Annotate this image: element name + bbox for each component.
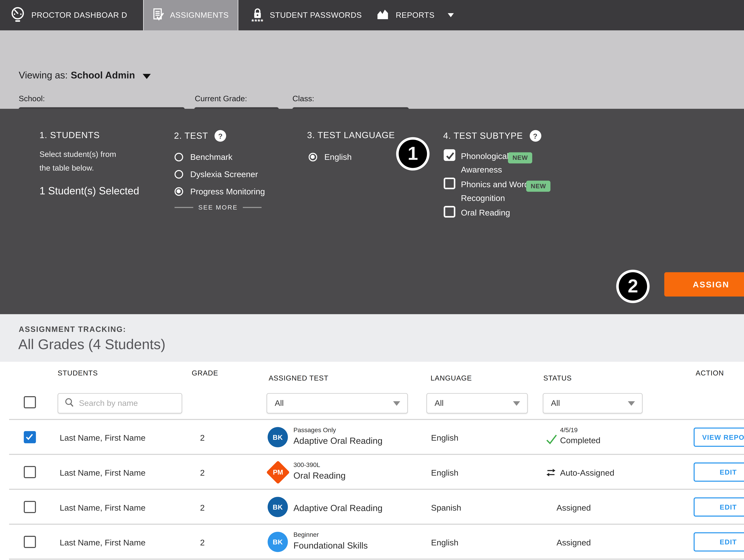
col-header-status: STATUS [544, 374, 572, 382]
radio-progress-monitoring[interactable]: Progress Monitoring [175, 187, 265, 196]
label-line-2: Awareness [461, 163, 509, 177]
assignment-steps-panel: 1. STUDENTS Select student(s) from the t… [0, 109, 744, 314]
student-name: Last Name, First Name [60, 468, 146, 478]
test-name: Oral Reading [293, 471, 346, 481]
gauge-icon [10, 6, 25, 24]
test-sublabel: Passages Only [293, 426, 336, 434]
tracking-title: All Grades (4 Students) [18, 336, 165, 353]
radio-label: Progress Monitoring [190, 187, 265, 196]
callout-step-2: 2 [616, 270, 649, 303]
radio-dyslexia-screener[interactable]: Dyslexia Screener [175, 170, 258, 179]
checkbox-phonological-awareness[interactable]: Phonological Awareness [444, 149, 509, 177]
context-filter-bar: Viewing as: School Admin School: Current… [0, 30, 744, 109]
step-language-title: 3. TEST LANGUAGE [307, 130, 395, 141]
grade-label: Current Grade: [195, 94, 247, 103]
status-value: Assigned [557, 503, 591, 513]
status-date: 4/5/19 [560, 426, 578, 434]
student-name: Last Name, First Name [60, 538, 146, 548]
search-input[interactable] [79, 399, 177, 408]
clipboard-check-icon [151, 7, 165, 23]
status-value: Completed [560, 436, 600, 445]
step-students-title: 1. STUDENTS [39, 130, 100, 141]
new-badge: NEW [526, 181, 551, 192]
row-checkbox-checked[interactable] [24, 431, 36, 443]
view-report-button[interactable]: VIEW REPORT [694, 427, 744, 447]
tab-reports[interactable]: REPORTS [362, 0, 454, 30]
test-sublabel: Beginner [293, 531, 319, 538]
filter-value: All [275, 399, 284, 408]
radio-selected-icon [309, 153, 317, 161]
row-checkbox[interactable] [24, 501, 36, 513]
grade-value: 2 [192, 433, 213, 443]
school-label: School: [19, 94, 45, 103]
row-checkbox[interactable] [24, 536, 36, 548]
test-badge-bk: BK [268, 532, 288, 552]
checkbox-oral-reading[interactable]: Oral Reading [444, 206, 510, 220]
status-filter[interactable]: All [543, 393, 642, 413]
tab-label: REPORTS [396, 10, 435, 20]
table-row: Last Name, First Name 2 BK Passages Only… [0, 420, 744, 455]
filter-value: All [551, 399, 560, 408]
tab-label: STUDENT PASSWORDS [270, 10, 362, 20]
tab-student-passwords[interactable]: **** STUDENT PASSWORDS [238, 0, 362, 30]
viewing-as-label: Viewing as: [19, 70, 68, 81]
chevron-down-icon [143, 74, 151, 79]
test-name: Adaptive Oral Reading [293, 503, 382, 514]
language-value: English [431, 468, 458, 478]
student-name: Last Name, First Name [60, 503, 146, 513]
tab-assignments[interactable]: ASSIGNMENTS [143, 0, 238, 30]
tab-label: ASSIGNMENTS [170, 10, 229, 20]
help-icon[interactable]: ? [215, 130, 226, 142]
checkbox-unchecked-icon [444, 206, 455, 218]
checkbox-checked-icon [444, 149, 455, 161]
radio-icon [175, 153, 183, 161]
checkbox-label: Phonological Awareness [461, 149, 509, 177]
table-row: Last Name, First Name 2 BK Adaptive Oral… [0, 490, 744, 525]
label-line-1: Phonics and Word [461, 178, 529, 191]
selected-count: 1 Student(s) Selected [39, 185, 139, 197]
step-subtype-title: 4. TEST SUBTYPE ? [443, 130, 541, 142]
radio-benchmark[interactable]: Benchmark [175, 152, 232, 162]
grade-value: 2 [192, 468, 213, 478]
checkbox-label: Phonics and Word Recognition [461, 178, 529, 205]
help-icon[interactable]: ? [529, 130, 541, 142]
row-divider [9, 489, 744, 490]
table-row: Last Name, First Name 2 BK Beginner Foun… [0, 525, 744, 560]
check-icon [545, 433, 558, 448]
col-header-assigned-test: ASSIGNED TEST [269, 374, 328, 382]
new-badge: NEW [508, 152, 532, 163]
search-icon [64, 397, 74, 409]
test-sublabel: 300-390L [293, 461, 320, 469]
assign-button[interactable]: ASSIGN [664, 272, 744, 296]
viewing-as-dropdown[interactable]: Viewing as: School Admin [19, 70, 151, 81]
checkbox-phonics-word-recognition[interactable]: Phonics and Word Recognition [444, 178, 529, 205]
step-subtype-title-text: 4. TEST SUBTYPE [443, 130, 523, 141]
step-test-title: 2. TEST ? [174, 130, 226, 142]
language-value: Spanish [431, 503, 461, 513]
test-name: Foundational Skills [293, 540, 368, 551]
student-name: Last Name, First Name [60, 433, 146, 443]
students-hint: Select student(s) from the table below. [39, 147, 116, 175]
tracking-label: ASSIGNMENT TRACKING: [19, 325, 126, 334]
see-more-link[interactable]: SEE MORE [172, 204, 264, 211]
edit-button[interactable]: EDIT [694, 497, 744, 517]
assigned-test-filter[interactable]: All [267, 393, 408, 413]
row-divider [9, 524, 744, 525]
col-header-language: LANGUAGE [431, 374, 472, 382]
class-label: Class: [292, 94, 314, 103]
language-value: English [431, 538, 458, 548]
repeat-icon [545, 467, 557, 480]
edit-button[interactable]: EDIT [694, 532, 744, 552]
dash-line [243, 207, 262, 208]
select-all-checkbox[interactable] [24, 396, 36, 408]
tab-proctor-dashboard[interactable]: PROCTOR DASHBOAR D [0, 0, 143, 30]
row-checkbox[interactable] [24, 466, 36, 478]
grade-value: 2 [192, 538, 213, 548]
language-filter[interactable]: All [426, 393, 528, 413]
chevron-down-icon [513, 401, 520, 406]
radio-english[interactable]: English [309, 152, 351, 162]
tab-label: PROCTOR DASHBOAR D [31, 10, 127, 20]
edit-button[interactable]: EDIT [694, 462, 744, 482]
lock-icon: **** [252, 7, 264, 23]
row-divider [9, 454, 744, 455]
